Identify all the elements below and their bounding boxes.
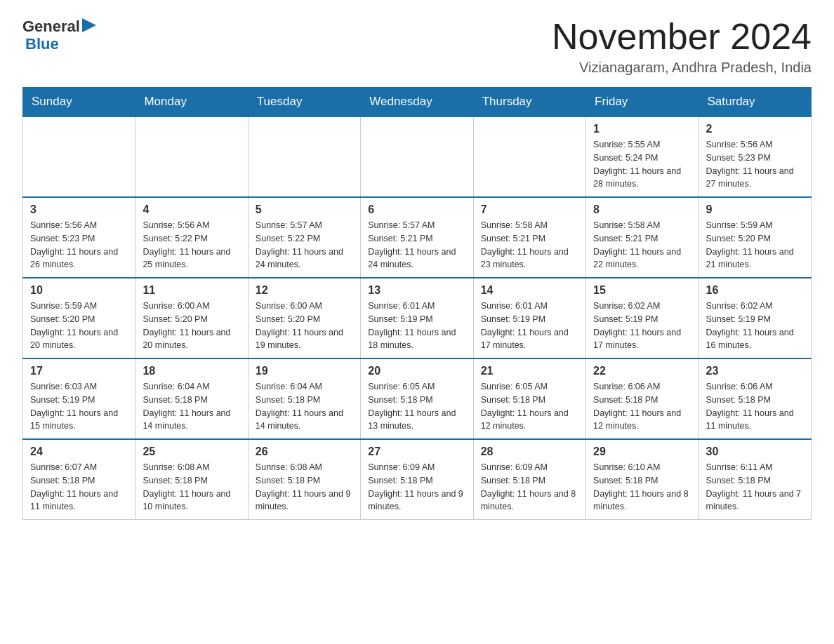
weekday-header-wednesday: Wednesday xyxy=(361,88,473,117)
day-info: Sunrise: 6:10 AM Sunset: 5:18 PM Dayligh… xyxy=(593,461,691,514)
day-info: Sunrise: 5:57 AM Sunset: 5:21 PM Dayligh… xyxy=(368,219,465,271)
calendar-cell xyxy=(473,116,585,197)
day-info: Sunrise: 6:02 AM Sunset: 5:19 PM Dayligh… xyxy=(706,300,804,352)
day-info: Sunrise: 6:08 AM Sunset: 5:18 PM Dayligh… xyxy=(256,461,353,514)
day-number: 17 xyxy=(30,365,128,377)
day-info: Sunrise: 6:05 AM Sunset: 5:18 PM Dayligh… xyxy=(368,380,465,433)
day-number: 30 xyxy=(706,445,804,458)
calendar-cell xyxy=(361,116,473,197)
calendar-cell xyxy=(135,116,248,197)
calendar-week-row: 3Sunrise: 5:56 AM Sunset: 5:23 PM Daylig… xyxy=(23,197,812,278)
weekday-header-saturday: Saturday xyxy=(699,88,811,117)
day-info: Sunrise: 6:09 AM Sunset: 5:18 PM Dayligh… xyxy=(481,461,578,514)
calendar-cell: 27Sunrise: 6:09 AM Sunset: 5:18 PM Dayli… xyxy=(361,439,473,520)
calendar-cell: 26Sunrise: 6:08 AM Sunset: 5:18 PM Dayli… xyxy=(248,439,360,520)
day-info: Sunrise: 5:58 AM Sunset: 5:21 PM Dayligh… xyxy=(481,219,578,271)
day-info: Sunrise: 5:56 AM Sunset: 5:22 PM Dayligh… xyxy=(143,219,240,271)
calendar-table: SundayMondayTuesdayWednesdayThursdayFrid… xyxy=(22,87,812,520)
calendar-week-row: 1Sunrise: 5:55 AM Sunset: 5:24 PM Daylig… xyxy=(23,116,812,197)
day-info: Sunrise: 6:01 AM Sunset: 5:19 PM Dayligh… xyxy=(481,300,578,352)
weekday-header-friday: Friday xyxy=(586,88,699,117)
day-number: 22 xyxy=(593,365,691,377)
calendar-cell: 5Sunrise: 5:57 AM Sunset: 5:22 PM Daylig… xyxy=(248,197,360,278)
day-number: 19 xyxy=(256,365,353,377)
day-info: Sunrise: 6:05 AM Sunset: 5:18 PM Dayligh… xyxy=(481,380,578,433)
month-title: November 2024 xyxy=(552,17,812,57)
day-info: Sunrise: 6:06 AM Sunset: 5:18 PM Dayligh… xyxy=(593,380,691,433)
calendar-cell: 22Sunrise: 6:06 AM Sunset: 5:18 PM Dayli… xyxy=(586,358,699,439)
logo: General Blue xyxy=(22,17,96,53)
calendar-cell: 20Sunrise: 6:05 AM Sunset: 5:18 PM Dayli… xyxy=(361,358,473,439)
day-info: Sunrise: 6:04 AM Sunset: 5:18 PM Dayligh… xyxy=(256,380,353,433)
calendar-cell: 15Sunrise: 6:02 AM Sunset: 5:19 PM Dayli… xyxy=(586,278,699,358)
calendar-cell: 1Sunrise: 5:55 AM Sunset: 5:24 PM Daylig… xyxy=(586,116,699,197)
calendar-cell: 6Sunrise: 5:57 AM Sunset: 5:21 PM Daylig… xyxy=(361,197,473,278)
day-number: 16 xyxy=(706,284,804,297)
calendar-cell: 28Sunrise: 6:09 AM Sunset: 5:18 PM Dayli… xyxy=(473,439,585,520)
calendar-cell: 3Sunrise: 5:56 AM Sunset: 5:23 PM Daylig… xyxy=(23,197,135,278)
weekday-header-thursday: Thursday xyxy=(473,88,585,117)
day-number: 25 xyxy=(143,445,240,458)
day-number: 29 xyxy=(593,445,691,458)
day-number: 12 xyxy=(256,284,353,297)
day-number: 11 xyxy=(143,284,240,297)
day-info: Sunrise: 6:08 AM Sunset: 5:18 PM Dayligh… xyxy=(143,461,240,514)
day-number: 26 xyxy=(256,445,353,458)
calendar-cell: 7Sunrise: 5:58 AM Sunset: 5:21 PM Daylig… xyxy=(473,197,585,278)
calendar-cell: 8Sunrise: 5:58 AM Sunset: 5:21 PM Daylig… xyxy=(586,197,699,278)
day-info: Sunrise: 6:04 AM Sunset: 5:18 PM Dayligh… xyxy=(143,380,240,433)
day-number: 3 xyxy=(30,203,128,216)
day-number: 21 xyxy=(481,365,578,377)
weekday-header-monday: Monday xyxy=(135,88,248,117)
day-number: 8 xyxy=(593,203,691,216)
day-number: 28 xyxy=(481,445,578,458)
day-number: 6 xyxy=(368,203,465,216)
calendar-cell: 9Sunrise: 5:59 AM Sunset: 5:20 PM Daylig… xyxy=(699,197,811,278)
calendar-cell xyxy=(248,116,360,197)
day-info: Sunrise: 6:09 AM Sunset: 5:18 PM Dayligh… xyxy=(368,461,465,514)
calendar-cell: 30Sunrise: 6:11 AM Sunset: 5:18 PM Dayli… xyxy=(699,439,811,520)
day-number: 13 xyxy=(368,284,465,297)
day-number: 23 xyxy=(706,365,804,377)
day-info: Sunrise: 5:59 AM Sunset: 5:20 PM Dayligh… xyxy=(706,219,804,271)
logo-general-text: General xyxy=(22,18,80,35)
day-number: 10 xyxy=(30,284,128,297)
day-number: 20 xyxy=(368,365,465,377)
day-info: Sunrise: 5:55 AM Sunset: 5:24 PM Dayligh… xyxy=(593,138,691,191)
calendar-week-row: 24Sunrise: 6:07 AM Sunset: 5:18 PM Dayli… xyxy=(23,439,812,520)
day-info: Sunrise: 5:57 AM Sunset: 5:22 PM Dayligh… xyxy=(256,219,353,271)
day-number: 14 xyxy=(481,284,578,297)
calendar-cell: 25Sunrise: 6:08 AM Sunset: 5:18 PM Dayli… xyxy=(135,439,248,520)
calendar-cell: 24Sunrise: 6:07 AM Sunset: 5:18 PM Dayli… xyxy=(23,439,135,520)
day-number: 24 xyxy=(30,445,128,458)
day-number: 7 xyxy=(481,203,578,216)
day-info: Sunrise: 6:02 AM Sunset: 5:19 PM Dayligh… xyxy=(593,300,691,352)
day-info: Sunrise: 5:56 AM Sunset: 5:23 PM Dayligh… xyxy=(30,219,128,271)
calendar-cell: 12Sunrise: 6:00 AM Sunset: 5:20 PM Dayli… xyxy=(248,278,360,358)
logo-triangle-icon xyxy=(82,18,96,32)
calendar-cell: 10Sunrise: 5:59 AM Sunset: 5:20 PM Dayli… xyxy=(23,278,135,358)
day-number: 15 xyxy=(593,284,691,297)
calendar-cell: 19Sunrise: 6:04 AM Sunset: 5:18 PM Dayli… xyxy=(248,358,360,439)
calendar-cell xyxy=(23,116,135,197)
svg-marker-0 xyxy=(82,18,96,32)
day-info: Sunrise: 6:06 AM Sunset: 5:18 PM Dayligh… xyxy=(706,380,804,433)
day-number: 2 xyxy=(706,123,804,135)
weekday-header-tuesday: Tuesday xyxy=(248,88,360,117)
day-number: 27 xyxy=(368,445,465,458)
page-header: General Blue November 2024 Vizianagaram,… xyxy=(22,17,812,76)
day-info: Sunrise: 6:00 AM Sunset: 5:20 PM Dayligh… xyxy=(256,300,353,352)
day-info: Sunrise: 6:11 AM Sunset: 5:18 PM Dayligh… xyxy=(706,461,804,514)
day-number: 18 xyxy=(143,365,240,377)
weekday-header-sunday: Sunday xyxy=(23,88,135,117)
calendar-cell: 16Sunrise: 6:02 AM Sunset: 5:19 PM Dayli… xyxy=(699,278,811,358)
calendar-week-row: 17Sunrise: 6:03 AM Sunset: 5:19 PM Dayli… xyxy=(23,358,812,439)
day-info: Sunrise: 6:03 AM Sunset: 5:19 PM Dayligh… xyxy=(30,380,128,433)
calendar-cell: 21Sunrise: 6:05 AM Sunset: 5:18 PM Dayli… xyxy=(473,358,585,439)
location-subtitle: Vizianagaram, Andhra Pradesh, India xyxy=(552,60,812,76)
day-info: Sunrise: 5:56 AM Sunset: 5:23 PM Dayligh… xyxy=(706,138,804,191)
calendar-cell: 2Sunrise: 5:56 AM Sunset: 5:23 PM Daylig… xyxy=(699,116,811,197)
calendar-cell: 23Sunrise: 6:06 AM Sunset: 5:18 PM Dayli… xyxy=(699,358,811,439)
day-number: 5 xyxy=(256,203,353,216)
day-info: Sunrise: 5:58 AM Sunset: 5:21 PM Dayligh… xyxy=(593,219,691,271)
